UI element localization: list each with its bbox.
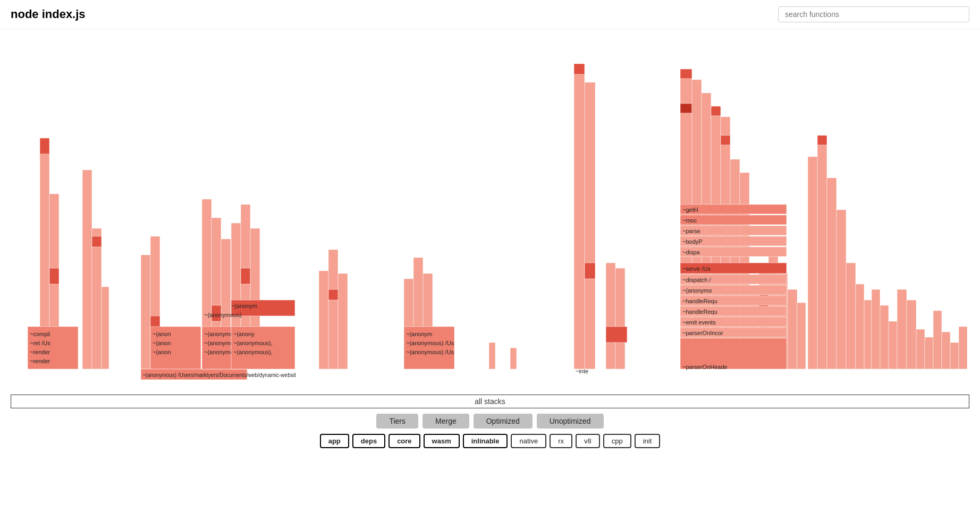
svg-rect-70 xyxy=(721,135,730,145)
svg-rect-118 xyxy=(907,300,916,369)
filter-init[interactable]: init xyxy=(635,434,661,448)
svg-text:~ret /Us: ~ret /Us xyxy=(30,340,50,346)
svg-rect-52 xyxy=(489,342,495,369)
filter-rx[interactable]: rx xyxy=(550,434,572,448)
filter-native[interactable]: native xyxy=(511,434,546,448)
svg-rect-111 xyxy=(846,263,856,369)
bottom-controls: all stacks Tiers Merge Optimized Unoptim… xyxy=(0,390,980,457)
svg-rect-117 xyxy=(897,289,907,369)
svg-text:~dispatch /: ~dispatch / xyxy=(682,277,711,283)
svg-rect-11 xyxy=(92,236,102,247)
svg-rect-115 xyxy=(880,305,889,369)
svg-rect-42 xyxy=(328,250,338,369)
svg-rect-113 xyxy=(864,300,872,369)
svg-text:~inte: ~inte xyxy=(576,368,588,374)
svg-text:~render: ~render xyxy=(30,349,50,355)
svg-text:~(anonymous),: ~(anonymous), xyxy=(233,349,273,355)
svg-rect-12 xyxy=(102,287,109,369)
svg-rect-44 xyxy=(328,289,338,300)
svg-rect-41 xyxy=(319,271,328,369)
svg-rect-63 xyxy=(680,69,692,79)
svg-rect-109 xyxy=(827,178,837,369)
svg-text:~moc: ~moc xyxy=(682,217,697,224)
svg-text:~bodyP: ~bodyP xyxy=(682,238,703,245)
svg-text:~(anonymous): ~(anonymous) xyxy=(204,312,242,318)
svg-rect-43 xyxy=(338,273,348,369)
svg-text:~compil: ~compil xyxy=(30,331,50,337)
svg-text:~serve /Us: ~serve /Us xyxy=(682,266,711,272)
merge-button[interactable]: Merge xyxy=(423,414,469,429)
svg-rect-108 xyxy=(817,135,827,145)
svg-text:~(anonym: ~(anonym xyxy=(406,331,432,337)
svg-rect-61 xyxy=(606,327,627,342)
svg-rect-1 xyxy=(40,138,49,154)
svg-rect-13 xyxy=(141,255,150,369)
search-input[interactable] xyxy=(778,6,969,22)
filter-v8[interactable]: v8 xyxy=(576,434,600,448)
svg-text:~render: ~render xyxy=(30,358,50,364)
tiers-button[interactable]: Tiers xyxy=(376,414,418,429)
svg-text:~(anonymous) /Us: ~(anonymous) /Us xyxy=(406,340,454,346)
svg-rect-116 xyxy=(889,321,897,369)
svg-rect-106 xyxy=(808,157,817,369)
svg-text:~(anonymous) /Us: ~(anonymous) /Us xyxy=(406,349,454,355)
filter-core[interactable]: core xyxy=(388,434,420,448)
svg-rect-32 xyxy=(241,268,250,284)
svg-text:~getH: ~getH xyxy=(682,207,698,213)
svg-text:~(anonym: ~(anonym xyxy=(231,303,257,309)
svg-rect-56 xyxy=(585,82,595,369)
svg-rect-120 xyxy=(925,337,933,369)
svg-rect-64 xyxy=(680,104,692,113)
filter-cpp[interactable]: cpp xyxy=(603,434,631,448)
svg-rect-110 xyxy=(837,210,846,369)
filter-inlinable[interactable]: inlinable xyxy=(463,434,508,448)
filter-deps[interactable]: deps xyxy=(352,434,385,448)
svg-rect-9 xyxy=(82,170,92,369)
filter-buttons: app deps core wasm inlinable native rx v… xyxy=(320,434,661,448)
svg-text:~parserOnHeade: ~parserOnHeade xyxy=(682,364,728,370)
svg-text:~(anonymous) /Users/marktyers/: ~(anonymous) /Users/marktyers/Documents/… xyxy=(142,372,296,378)
svg-rect-55 xyxy=(574,64,585,74)
svg-rect-59 xyxy=(606,263,615,369)
svg-text:~(anon: ~(anon xyxy=(153,331,171,337)
svg-rect-57 xyxy=(585,263,595,279)
svg-text:~parse: ~parse xyxy=(682,228,700,234)
svg-rect-68 xyxy=(711,106,721,116)
filter-wasm[interactable]: wasm xyxy=(424,434,460,448)
svg-rect-114 xyxy=(872,289,880,369)
svg-rect-54 xyxy=(574,64,585,369)
svg-text:~emit events: ~emit events xyxy=(682,319,716,326)
header: node index.js xyxy=(0,0,980,29)
chart-svg: ~compil ~ret /Us ~render ~render ~(anon … xyxy=(0,29,980,390)
svg-rect-107 xyxy=(817,135,827,369)
svg-text:~(anonymo: ~(anonymo xyxy=(682,287,712,294)
optimized-button[interactable]: Optimized xyxy=(474,414,533,429)
svg-rect-10 xyxy=(92,228,102,369)
svg-text:~(anon: ~(anon xyxy=(153,340,171,346)
svg-rect-112 xyxy=(856,284,864,369)
svg-rect-124 xyxy=(959,327,967,369)
svg-rect-3 xyxy=(49,268,59,284)
svg-text:~(anony: ~(anony xyxy=(233,331,255,337)
svg-rect-119 xyxy=(916,329,925,369)
svg-rect-78 xyxy=(788,289,797,369)
svg-rect-53 xyxy=(510,348,517,369)
svg-rect-123 xyxy=(950,342,959,369)
filter-app[interactable]: app xyxy=(320,434,349,448)
flame-chart[interactable]: ~compil ~ret /Us ~render ~render ~(anon … xyxy=(0,29,980,390)
svg-rect-121 xyxy=(933,311,942,369)
tier-buttons: Tiers Merge Optimized Unoptimized xyxy=(376,414,603,429)
svg-text:~handleRequ: ~handleRequ xyxy=(682,309,717,315)
svg-text:~dispa: ~dispa xyxy=(682,249,700,255)
svg-text:~(anonymous),: ~(anonymous), xyxy=(233,340,273,346)
all-stacks-label: all stacks xyxy=(11,395,969,408)
page-title: node index.js xyxy=(11,7,86,21)
svg-text:~parserOnIncor: ~parserOnIncor xyxy=(682,330,723,336)
unoptimized-button[interactable]: Unoptimized xyxy=(537,414,604,429)
svg-text:~(anon: ~(anon xyxy=(153,349,171,355)
svg-text:~handleRequ: ~handleRequ xyxy=(682,298,717,304)
svg-rect-122 xyxy=(942,332,950,369)
svg-rect-60 xyxy=(615,268,625,369)
svg-rect-79 xyxy=(797,303,806,369)
